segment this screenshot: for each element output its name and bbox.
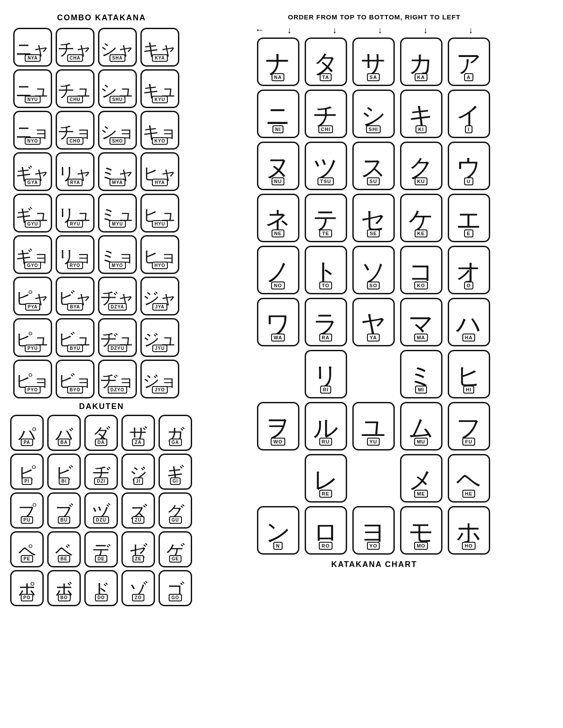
kana-card: ラRA [305, 298, 347, 346]
kana-label: O [464, 281, 474, 289]
kana-char: ケ [408, 207, 434, 232]
kana-char: キ [408, 103, 434, 128]
kana-label: NO [271, 281, 285, 289]
kana-card: レRE [305, 454, 347, 503]
kana-label: DZI [94, 477, 108, 485]
dakuten-card: ザZA [121, 415, 155, 451]
kana-label: MU [414, 438, 428, 446]
kana-label: HYU [152, 220, 168, 228]
kana-card: ヌNU [257, 142, 299, 190]
kana-char: ア [456, 51, 481, 76]
kana-card: ウU [448, 142, 490, 190]
combo-card: ジャJYA [140, 277, 179, 315]
combo-card: ビュBYU [56, 318, 94, 357]
kana-char: ヨ [361, 520, 386, 544]
combo-card: ピュPYU [13, 318, 52, 357]
kana-label: SHA [110, 54, 125, 62]
down-arrow-5: ↓ [469, 25, 473, 35]
kana-card: ツTSU [305, 142, 347, 190]
combo-card: ギュGYU [13, 194, 52, 233]
kana-label: JYU [152, 345, 167, 352]
kana-row: リRIミMIヒHI [199, 350, 550, 398]
combo-card: ニュNYU [13, 69, 52, 108]
kana-card: チCHI [305, 90, 347, 138]
kana-card: ンN [257, 506, 299, 555]
kana-label: TO [319, 281, 332, 289]
kana-label: DZU [93, 516, 109, 524]
kana-card: トTO [305, 246, 347, 294]
down-arrow-1: ↓ [287, 25, 291, 35]
kana-char: コ [408, 259, 434, 284]
kana-label: GYA [25, 179, 41, 186]
combo-card: ヒョHYO [140, 235, 179, 274]
arrow-row: ← ↓ ↓ ↓ ↓ ↓ [255, 24, 494, 36]
kana-label: NU [272, 177, 285, 185]
combo-card: ミュMYU [98, 194, 137, 233]
kana-label: PA [21, 439, 33, 446]
kana-char: ス [361, 155, 386, 180]
combo-card: ニャNYA [13, 28, 52, 67]
kana-row: ナNAタTAサSAカKAアA [199, 38, 550, 86]
right-panel: ORDER FROM TOP TO BOTTOM, RIGHT TO LEFT … [194, 9, 554, 719]
kana-char: イ [456, 103, 481, 128]
dakuten-card: ズZU [121, 492, 155, 529]
kana-label: BO [58, 594, 71, 601]
kana-label: N [273, 542, 283, 550]
kana-label: NYO [25, 137, 41, 145]
kana-label: ZA [132, 439, 144, 446]
kana-char: サ [361, 51, 386, 76]
combo-card: ショSHO [98, 111, 137, 150]
kana-char: モ [408, 520, 434, 544]
left-panel: COMBO KATAKANA ニャNYAチャCHAシャSHAキャKYAニュNYU… [9, 9, 194, 719]
left-arrow-icon: ← [255, 24, 265, 36]
dakuten-card: デDE [84, 531, 118, 567]
kana-label: YO [367, 542, 380, 550]
kana-label: JYO [152, 386, 167, 394]
combo-card: ヂュDZYU [98, 318, 137, 357]
kana-char: カ [408, 51, 434, 76]
combo-card: キョKYO [140, 111, 179, 150]
kana-label: SA [367, 73, 380, 81]
combo-card: ミャMYA [98, 152, 137, 191]
kana-char: ホ [456, 520, 481, 544]
kana-char: ニ [265, 103, 291, 128]
kana-row: ヲWOルRUユYUムMUフFU [199, 402, 550, 450]
dakuten-card: ゾZO [121, 570, 155, 606]
kana-label: KA [415, 73, 428, 81]
kana-label: BYO [67, 386, 83, 394]
combo-card: ヒュHYU [140, 194, 179, 233]
kana-card: ミMI [400, 350, 442, 398]
kana-card: キKI [400, 90, 442, 138]
kana-label: NYU [25, 96, 41, 103]
combo-card: ジョJYO [140, 360, 179, 398]
kana-card: ワWA [257, 298, 299, 346]
kana-card: オO [448, 246, 490, 294]
dakuten-card: グGU [159, 492, 192, 529]
dakuten-card: ブBU [47, 492, 81, 529]
kana-label: U [464, 177, 473, 185]
kana-card: ルRU [305, 402, 347, 450]
combo-card: ビョBYO [56, 360, 94, 398]
combo-card: ニョNYO [13, 111, 52, 150]
kana-row: ニNIチCHIシSHIキKIイI [199, 90, 550, 138]
kana-char: ラ [313, 311, 338, 336]
dakuten-card: ダDA [84, 415, 118, 451]
dakuten-card: ピPI [10, 454, 44, 490]
kana-card: ロRO [305, 506, 347, 555]
combo-card: ジュJYU [140, 318, 179, 357]
kana-label: KE [415, 229, 427, 237]
kana-label: CHU [67, 96, 83, 103]
kana-char: ナ [265, 51, 291, 76]
kana-row: レREメMEヘHE [199, 454, 550, 503]
kana-card: ユYU [352, 402, 395, 450]
kana-label: GYO [24, 262, 41, 269]
kana-label: MO [414, 542, 428, 550]
kana-label: HI [463, 386, 474, 394]
kana-card: マMA [400, 298, 442, 346]
kana-label: SHI [366, 125, 381, 133]
kana-card: セSE [352, 194, 395, 242]
kana-label: NA [272, 73, 285, 81]
kana-label: KI [416, 125, 427, 133]
dakuten-card: ヅDZU [84, 492, 118, 529]
kana-label: E [464, 229, 473, 237]
